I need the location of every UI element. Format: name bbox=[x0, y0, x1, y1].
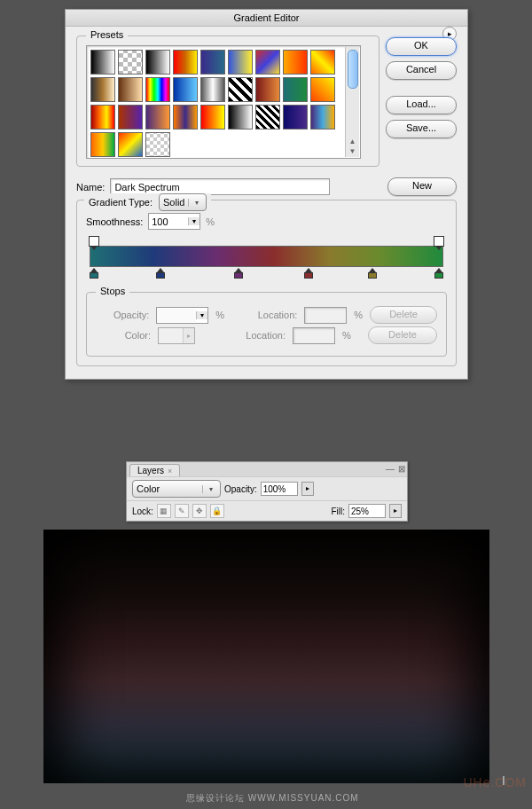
preset-swatch[interactable] bbox=[145, 50, 170, 75]
preset-swatch[interactable] bbox=[118, 105, 143, 130]
preset-swatch[interactable] bbox=[283, 105, 308, 130]
opacity-stop-left[interactable] bbox=[89, 236, 99, 247]
preset-swatch[interactable] bbox=[228, 50, 253, 75]
preset-swatch[interactable] bbox=[310, 105, 335, 130]
lock-pixels-icon[interactable]: ✎ bbox=[175, 504, 189, 518]
canvas-preview bbox=[43, 530, 489, 783]
preset-scrollbar[interactable]: ▲ ▼ bbox=[345, 47, 359, 157]
preset-swatch[interactable] bbox=[310, 77, 335, 102]
lock-transparency-icon[interactable]: ▦ bbox=[157, 504, 171, 518]
location-label-1: Location: bbox=[246, 310, 297, 320]
opacity-stop-right[interactable] bbox=[434, 236, 444, 247]
preset-swatch[interactable] bbox=[90, 77, 115, 102]
lock-label: Lock: bbox=[132, 507, 153, 516]
preset-swatch[interactable] bbox=[173, 77, 198, 102]
smoothness-label: Smoothness: bbox=[86, 216, 143, 227]
stops-fieldset: Stops Opacity: ▾ % Location: % Delete Co… bbox=[86, 292, 447, 357]
color-label: Color: bbox=[96, 330, 151, 341]
scroll-up-icon[interactable]: ▲ bbox=[349, 137, 356, 145]
blend-mode-select[interactable]: Color▾ bbox=[132, 480, 221, 498]
preset-swatch[interactable] bbox=[145, 77, 170, 102]
load-button[interactable]: Load... bbox=[386, 96, 457, 114]
color-stop[interactable] bbox=[368, 268, 377, 279]
color-location-input bbox=[293, 327, 335, 344]
preset-swatch-grid: ▲ ▼ bbox=[86, 45, 361, 159]
opacity-location-input bbox=[304, 307, 347, 324]
gradient-type-select[interactable]: Solid▾ bbox=[159, 193, 207, 211]
color-well: ▸ bbox=[158, 327, 195, 344]
preset-swatch[interactable] bbox=[145, 132, 170, 157]
preset-swatch[interactable] bbox=[310, 50, 335, 75]
fill-label: Fill: bbox=[331, 507, 345, 516]
preset-swatch[interactable] bbox=[283, 77, 308, 102]
gradient-editor-dialog: Gradient Editor ▸ OK Cancel Load... Save… bbox=[65, 9, 468, 380]
preset-swatch[interactable] bbox=[255, 105, 280, 130]
layers-panel: Layers× — ⊠ Color▾ Opacity: ▸ Lock: ▦ ✎ … bbox=[126, 461, 408, 522]
preset-swatch[interactable] bbox=[173, 105, 198, 130]
preset-swatch[interactable] bbox=[283, 50, 308, 75]
gradient-preview-bar[interactable] bbox=[90, 246, 443, 267]
preset-swatch[interactable] bbox=[228, 77, 253, 102]
gradient-type-fieldset: Gradient Type: Solid▾ Smoothness: ▾ % St… bbox=[76, 200, 457, 366]
color-stop[interactable] bbox=[434, 268, 443, 279]
layer-opacity-label: Opacity: bbox=[224, 484, 257, 494]
opacity-label: Opacity: bbox=[96, 310, 149, 320]
color-stop[interactable] bbox=[304, 268, 313, 279]
fill-flyout-icon[interactable]: ▸ bbox=[389, 504, 402, 518]
preset-swatch[interactable] bbox=[90, 50, 115, 75]
new-button[interactable]: New bbox=[387, 177, 457, 196]
panel-close-icon[interactable]: ⊠ bbox=[398, 464, 405, 474]
fill-input[interactable] bbox=[348, 504, 386, 518]
preset-swatch[interactable] bbox=[200, 50, 225, 75]
watermark-text: 思缘设计论坛 WWW.MISSYUAN.COM bbox=[186, 792, 359, 805]
preset-swatch[interactable] bbox=[255, 77, 280, 102]
color-stop[interactable] bbox=[156, 268, 165, 279]
preset-swatch[interactable] bbox=[200, 105, 225, 130]
preset-swatch[interactable] bbox=[173, 50, 198, 75]
name-label: Name: bbox=[76, 182, 105, 192]
lock-position-icon[interactable]: ✥ bbox=[192, 504, 207, 518]
stops-legend: Stops bbox=[96, 286, 129, 296]
preset-swatch[interactable] bbox=[145, 105, 170, 130]
layers-tabbar: Layers× — ⊠ bbox=[127, 462, 407, 476]
smoothness-input[interactable]: ▾ bbox=[148, 213, 200, 230]
scroll-down-icon[interactable]: ▼ bbox=[349, 147, 356, 155]
presets-legend: Presets bbox=[86, 29, 128, 40]
preset-swatch[interactable] bbox=[228, 105, 253, 130]
watermark-text-2: UHe.COM bbox=[463, 775, 527, 789]
delete-opacity-stop-button: Delete bbox=[370, 306, 437, 324]
preset-swatch[interactable] bbox=[255, 50, 280, 75]
layers-tab[interactable]: Layers× bbox=[129, 464, 180, 476]
preset-swatch[interactable] bbox=[118, 50, 143, 75]
presets-fieldset: Presets ▲ ▼ bbox=[76, 35, 379, 167]
preset-swatch[interactable] bbox=[90, 105, 115, 130]
preset-swatch[interactable] bbox=[118, 77, 143, 102]
color-stop[interactable] bbox=[234, 268, 243, 279]
opacity-input: ▾ bbox=[156, 307, 208, 324]
gradient-type-label: Gradient Type: bbox=[89, 197, 153, 208]
delete-color-stop-button: Delete bbox=[368, 326, 437, 344]
preset-swatch[interactable] bbox=[90, 132, 115, 157]
layer-opacity-input[interactable] bbox=[261, 482, 298, 496]
location-label-2: Location: bbox=[232, 330, 286, 341]
gradient-inner bbox=[90, 247, 442, 266]
dialog-title: Gradient Editor bbox=[66, 10, 467, 27]
preset-swatch[interactable] bbox=[200, 77, 225, 102]
opacity-flyout-icon[interactable]: ▸ bbox=[301, 482, 314, 496]
preset-swatch[interactable] bbox=[118, 132, 143, 157]
lock-all-icon[interactable]: 🔒 bbox=[210, 504, 224, 518]
minimize-icon[interactable]: — bbox=[386, 464, 395, 474]
close-icon[interactable]: × bbox=[168, 467, 172, 475]
color-stop[interactable] bbox=[90, 268, 98, 279]
cancel-button[interactable]: Cancel bbox=[386, 61, 457, 80]
ok-button[interactable]: OK bbox=[386, 37, 457, 56]
save-button[interactable]: Save... bbox=[386, 120, 457, 138]
scrollbar-thumb[interactable] bbox=[348, 50, 358, 89]
